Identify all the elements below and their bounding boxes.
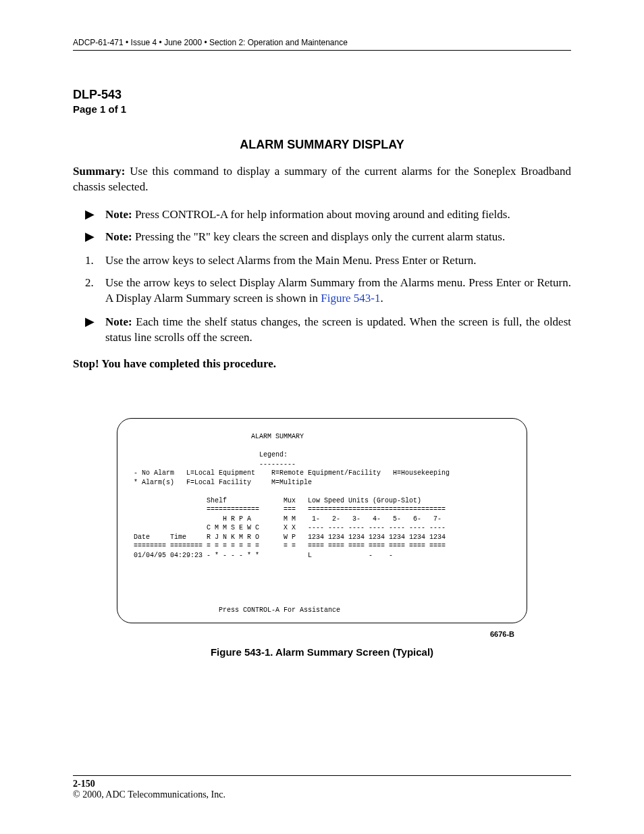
terminal-content: ALARM SUMMARY Legend: --------- - No Ala… — [130, 432, 514, 615]
note-text: Press CONTROL-A for help information abo… — [135, 208, 510, 221]
figure-caption: Figure 543-1. Alarm Summary Screen (Typi… — [211, 646, 433, 658]
figure-link[interactable]: Figure 543-1 — [321, 292, 380, 305]
note-2: ▶ Note: Pressing the "R" key clears the … — [85, 230, 571, 245]
completion-notice: Stop! You have completed this procedure. — [73, 357, 571, 371]
dlp-page: Page 1 of 1 — [73, 103, 571, 115]
steps-list: Use the arrow keys to select Alarms from… — [85, 253, 571, 307]
figure-number: 6676-B — [130, 630, 514, 638]
note-3: ▶ Note: Each time the shelf status chang… — [85, 315, 571, 346]
note-label: Note: — [105, 315, 132, 328]
dlp-id: DLP-543 — [73, 88, 571, 102]
terminal-screen: ALARM SUMMARY Legend: --------- - No Ala… — [117, 418, 527, 623]
figure-block: ALARM SUMMARY Legend: --------- - No Ala… — [73, 418, 571, 658]
arrow-icon: ▶ — [85, 315, 105, 330]
arrow-icon: ▶ — [85, 207, 105, 222]
summary-label: Summary: — [73, 165, 125, 178]
footer-copyright: © 2000, ADC Telecommunications, Inc. — [73, 789, 571, 800]
summary-paragraph: Summary: Use this command to display a s… — [73, 164, 571, 195]
page-footer: 2-150 © 2000, ADC Telecommunications, In… — [73, 775, 571, 800]
page: ADCP-61-471 • Issue 4 • June 2000 • Sect… — [0, 0, 644, 834]
section-title: ALARM SUMMARY DISPLAY — [73, 138, 571, 152]
page-body: DLP-543 Page 1 of 1 ALARM SUMMARY DISPLA… — [73, 88, 571, 658]
note-text: Each time the shelf status changes, the … — [105, 315, 571, 344]
note-1: ▶ Note: Press CONTROL-A for help informa… — [85, 207, 571, 223]
step-1: Use the arrow keys to select Alarms from… — [85, 253, 571, 269]
footer-page-number: 2-150 — [73, 779, 571, 789]
step-2-text-b: . — [381, 292, 383, 305]
step-2: Use the arrow keys to select Display Ala… — [85, 276, 571, 307]
summary-text: Use this command to display a summary of… — [73, 165, 571, 193]
note-label: Note: — [105, 208, 132, 221]
arrow-icon: ▶ — [85, 230, 105, 244]
note-text: Pressing the "R" key clears the screen a… — [135, 230, 505, 243]
page-header: ADCP-61-471 • Issue 4 • June 2000 • Sect… — [73, 38, 571, 51]
note-label: Note: — [105, 230, 132, 243]
